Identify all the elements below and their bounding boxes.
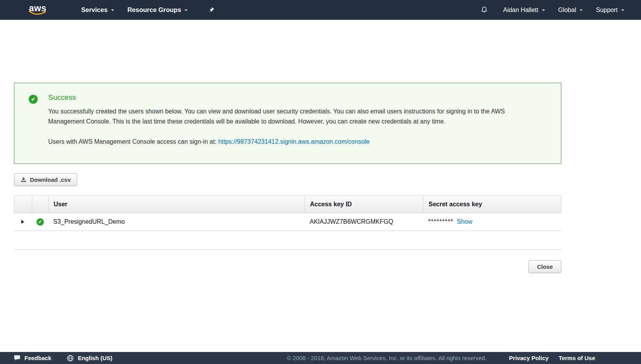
aws-smile-icon [29,10,47,16]
resource-groups-label: Resource Groups [127,6,181,14]
copyright-text: © 2008 - 2018, Amazon Web Services, Inc.… [287,355,486,361]
pin-shortcut-button[interactable] [204,0,218,20]
credentials-table: User Access key ID Secret access key ✔ S… [14,195,561,231]
account-menu[interactable]: Aidan Hallett [496,0,552,20]
success-alert: ✔ Success You successfully created the u… [14,83,561,164]
account-name-label: Aidan Hallett [503,7,538,14]
download-icon [21,177,26,183]
region-menu[interactable]: Global [552,0,589,20]
chevron-down-icon [111,9,114,11]
signin-prefix: Users with AWS Management Console access… [48,138,218,145]
footer-actions: Close [14,260,561,273]
feedback-label: Feedback [24,355,51,361]
table-header-row: User Access key ID Secret access key [14,195,561,213]
speech-bubble-icon [14,355,21,362]
row-access-key-cell: AKIAJJWZ7B6WCRGMKFGQ [304,218,423,225]
status-column-header [32,196,49,213]
show-secret-link[interactable]: Show [457,218,472,225]
masked-secret: ********* [428,218,453,225]
nav-left-group: Services Resource Groups [75,0,218,20]
table-row: ✔ S3_PresignedURL_Demo AKIAJJWZ7B6WCRGMK… [14,213,561,231]
success-message: You successfully created the users shown… [48,106,540,127]
globe-icon [67,355,74,362]
pushpin-icon [208,7,214,13]
notifications-button[interactable] [472,0,496,20]
download-csv-button[interactable]: Download .csv [14,173,77,186]
support-label: Support [596,7,618,14]
content-area: ✔ Success You successfully created the u… [14,83,561,273]
resource-groups-menu[interactable]: Resource Groups [121,0,194,20]
row-user-cell: S3_PresignedURL_Demo [48,218,304,225]
language-selector[interactable]: English (US) [67,355,112,362]
row-success-check-icon: ✔ [37,218,44,226]
region-label: Global [558,7,576,14]
main-content: Add user 1 Details 2 Permissions 3 Revie… [0,83,641,364]
secret-key-column-header: Secret access key [423,196,561,213]
chevron-down-icon [542,9,545,11]
signin-line: Users with AWS Management Console access… [48,137,540,147]
footer-bar: Feedback English (US) © 2008 - 2018, Ama… [0,352,641,364]
language-label: English (US) [78,355,112,361]
terms-of-use-link[interactable]: Terms of Use [559,355,595,361]
chevron-down-icon [580,9,583,11]
section-divider [14,249,561,250]
services-menu[interactable]: Services [75,0,121,20]
expand-row-icon[interactable] [21,220,24,224]
privacy-policy-link[interactable]: Privacy Policy [509,355,549,361]
feedback-button[interactable]: Feedback [14,355,51,362]
bell-icon [481,6,488,14]
success-title: Success [48,93,540,102]
support-menu[interactable]: Support [589,0,631,20]
success-check-icon: ✔ [29,95,38,104]
row-secret-cell: ********* Show [423,218,561,225]
nav-right-group: Aidan Hallett Global Support [472,0,631,20]
download-csv-label: Download .csv [30,176,71,183]
console-signin-link[interactable]: https://987374231412.signin.aws.amazon.c… [218,138,370,145]
expander-column-header [14,196,32,213]
access-key-column-header: Access key ID [305,196,423,213]
chevron-down-icon [621,9,624,11]
row-status-cell: ✔ [31,218,48,226]
services-label: Services [81,6,108,14]
success-body: Success You successfully created the use… [14,83,561,164]
row-expander-cell [14,220,31,224]
aws-logo[interactable]: aws [28,4,47,16]
close-button[interactable]: Close [528,260,561,273]
top-nav-bar: aws Services Resource Groups Aid [0,0,641,20]
chevron-down-icon [185,9,188,11]
user-column-header: User [49,196,305,213]
